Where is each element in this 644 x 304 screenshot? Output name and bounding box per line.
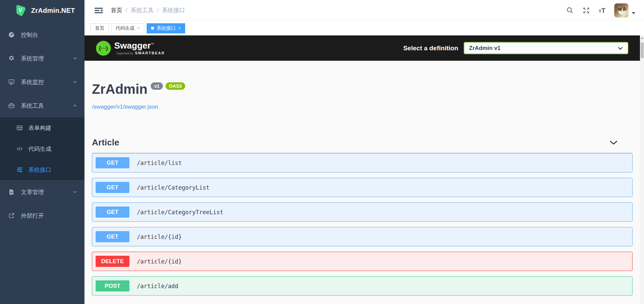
user-menu-caret-icon[interactable] [632, 12, 635, 14]
tab-home[interactable]: 首页 [91, 23, 109, 33]
tag-view-bar: 首页 代码生成 × 系统接口 × [84, 21, 644, 35]
endpoint-row[interactable]: GET /article/CategoryList [92, 178, 633, 197]
endpoint-row[interactable]: DELETE /article/{id} [92, 252, 633, 271]
user-avatar[interactable] [614, 3, 628, 18]
sidebar-item-system-monitor[interactable]: 系统监控 [0, 70, 84, 94]
sliders-icon [16, 166, 23, 173]
sidebar-item-label: 表单构建 [28, 124, 51, 132]
tab-close-icon[interactable]: × [178, 26, 181, 31]
http-method-badge: GET [96, 206, 129, 218]
select-definition-label: Select a definition [403, 45, 458, 52]
chevron-down-icon [73, 81, 77, 83]
swagger-content: {···} Swagger™ Supported by SMARTBEAR Se… [84, 35, 640, 304]
api-info: ZrAdmin v1 OAS3 /swagger/v1/swagger.json [92, 82, 633, 110]
breadcrumb-level3: 系统接口 [162, 6, 185, 14]
swagger-body: ZrAdmin v1 OAS3 /swagger/v1/swagger.json… [92, 82, 633, 296]
chevron-down-icon [618, 47, 623, 50]
oas3-badge: OAS3 [166, 82, 185, 90]
sidebar-item-system-manage[interactable]: 系统管理 [0, 47, 84, 70]
table-icon [16, 125, 23, 131]
swagger-topbar: {···} Swagger™ Supported by SMARTBEAR Se… [84, 35, 640, 61]
breadcrumb: 首页 / 系统工具 / 系统接口 [111, 6, 185, 14]
external-link-icon [8, 212, 15, 219]
endpoint-path: /article/{id} [137, 233, 182, 240]
main-area: 首页 / 系统工具 / 系统接口 [84, 0, 644, 304]
sidebar-item-label: 控制台 [21, 31, 38, 39]
sidebar-menu: 控制台 系统管理 系统监控 [0, 21, 84, 227]
toolbox-icon [8, 102, 15, 109]
scrollbar-up-arrow-icon[interactable] [641, 37, 644, 40]
gear-icon [8, 55, 15, 62]
endpoint-row[interactable]: POST /article/add [92, 276, 633, 296]
sidebar-item-label: 外部打开 [21, 212, 44, 220]
sidebar-item-external-open[interactable]: 外部打开 [0, 204, 84, 227]
supported-by-label: Supported by [116, 52, 133, 55]
endpoint-path: /article/add [137, 283, 178, 289]
app-title: ZrAdmin.NET [31, 7, 75, 15]
dashboard-icon [8, 31, 15, 38]
breadcrumb-separator: / [126, 7, 127, 14]
chevron-down-icon [73, 57, 77, 60]
http-method-badge: POST [96, 280, 129, 292]
endpoint-row[interactable]: GET /article/CategoryTreeList [92, 202, 633, 222]
swagger-logo: {···} Swagger™ Supported by SMARTBEAR [96, 41, 165, 56]
spec-json-link[interactable]: /swagger/v1/swagger.json [92, 104, 158, 110]
http-method-badge: GET [96, 231, 129, 242]
sidebar-item-code-generator[interactable]: 代码生成 [0, 138, 84, 159]
api-title-row: ZrAdmin v1 OAS3 [92, 82, 633, 97]
sidebar-item-label: 文章管理 [21, 188, 44, 196]
tab-system-api[interactable]: 系统接口 × [147, 23, 185, 33]
active-tab-dot [151, 27, 154, 30]
endpoint-row[interactable]: GET /article/list [92, 153, 633, 172]
api-section-header[interactable]: Article [92, 137, 633, 153]
svg-text:V: V [19, 7, 22, 13]
section-collapse-chevron-icon[interactable] [610, 140, 618, 145]
app-logo[interactable]: V ZrAdmin.NET [0, 0, 84, 21]
tab-code-generator[interactable]: 代码生成 × [111, 23, 144, 33]
breadcrumb-separator: / [157, 7, 159, 14]
sidebar-item-label: 代码生成 [28, 145, 51, 153]
scrollbar-thumb[interactable] [641, 42, 644, 58]
breadcrumb-home[interactable]: 首页 [111, 6, 122, 14]
sidebar-item-dashboard[interactable]: 控制台 [0, 23, 84, 47]
tab-close-icon[interactable]: × [137, 26, 140, 31]
endpoint-row[interactable]: GET /article/{id} [92, 227, 633, 246]
definition-select-value: ZrAdmin v1 [469, 45, 501, 52]
endpoint-path: /article/CategoryTreeList [137, 209, 223, 216]
sidebar-item-form-builder[interactable]: 表单构建 [0, 117, 84, 138]
http-method-badge: GET [96, 157, 129, 168]
sidebar-item-label: 系统监控 [21, 78, 44, 86]
monitor-icon [8, 79, 15, 85]
version-badge: v1 [151, 82, 163, 90]
sidebar-item-system-tools[interactable]: 系统工具 [0, 94, 84, 117]
sidebar-item-article-manage[interactable]: 文章管理 [0, 180, 84, 204]
sidebar-submenu-tools: 表单构建 代码生成 系统接口 [0, 117, 84, 180]
font-size-icon[interactable]: TT [599, 7, 605, 14]
tab-label: 系统接口 [157, 25, 176, 31]
sidebar: V ZrAdmin.NET 控制台 系统管理 [0, 0, 84, 304]
swagger-ui: {···} Swagger™ Supported by SMARTBEAR Se… [84, 35, 644, 304]
scrollbar-track[interactable] [640, 35, 644, 304]
api-section-title: Article [92, 137, 119, 147]
definition-select[interactable]: ZrAdmin v1 [464, 42, 628, 54]
sidebar-item-label: 系统接口 [28, 166, 51, 174]
document-icon [8, 189, 15, 195]
smartbear-label: SMARTBEAR [135, 51, 165, 55]
definition-selector-group: Select a definition ZrAdmin v1 [403, 42, 628, 54]
http-method-badge: GET [96, 182, 129, 193]
swagger-logo-icon: {···} [96, 41, 111, 56]
logo-icon: V [14, 4, 26, 17]
endpoint-path: /article/list [137, 160, 182, 166]
endpoint-path: /article/CategoryList [137, 184, 209, 191]
sidebar-item-label: 系统工具 [21, 102, 44, 110]
search-icon[interactable] [566, 7, 574, 14]
tab-label: 首页 [95, 25, 104, 31]
tab-label: 代码生成 [116, 25, 134, 31]
app-root: V ZrAdmin.NET 控制台 系统管理 [0, 0, 644, 304]
fullscreen-icon[interactable] [583, 7, 590, 14]
sidebar-collapse-icon[interactable] [95, 7, 103, 14]
sidebar-item-system-api[interactable]: 系统接口 [0, 159, 84, 180]
swagger-logo-text: Swagger™ [114, 41, 165, 50]
breadcrumb-level2: 系统工具 [131, 6, 154, 14]
chevron-up-icon [73, 104, 77, 107]
